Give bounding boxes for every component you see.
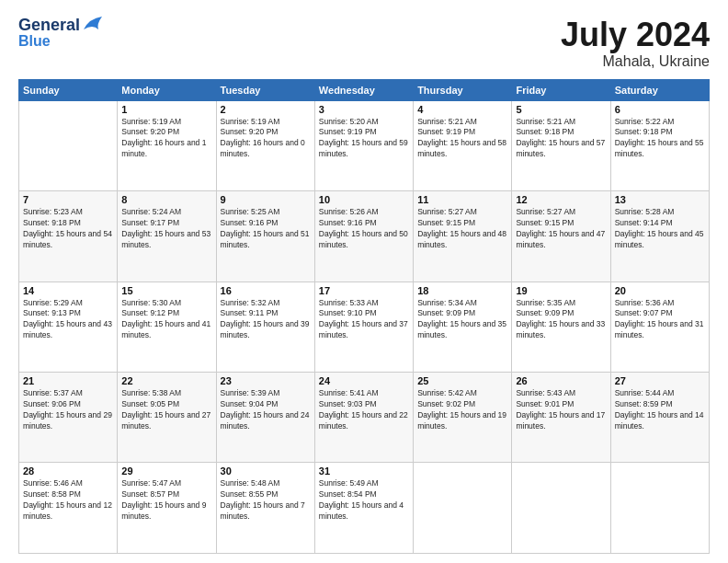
calendar-cell: 2 Sunrise: 5:19 AMSunset: 9:20 PMDayligh…	[216, 100, 314, 190]
day-number: 10	[319, 194, 409, 205]
calendar-cell: 17 Sunrise: 5:33 AMSunset: 9:10 PMDaylig…	[314, 282, 413, 372]
calendar-cell: 8 Sunrise: 5:24 AMSunset: 9:17 PMDayligh…	[118, 191, 216, 282]
day-number: 31	[319, 465, 409, 477]
header-wednesday: Wednesday	[314, 79, 413, 100]
calendar-cell	[512, 463, 610, 554]
day-number: 23	[221, 375, 311, 386]
day-number: 9	[221, 194, 311, 205]
day-info: Sunrise: 5:29 AMSunset: 9:13 PMDaylight:…	[23, 298, 113, 342]
calendar-cell: 26 Sunrise: 5:43 AMSunset: 9:01 PMDaylig…	[512, 373, 610, 463]
day-number: 25	[417, 375, 507, 386]
day-info: Sunrise: 5:38 AMSunset: 9:05 PMDaylight:…	[121, 388, 211, 432]
day-info: Sunrise: 5:42 AMSunset: 9:02 PMDaylight:…	[417, 388, 507, 432]
day-info: Sunrise: 5:23 AMSunset: 9:18 PMDaylight:…	[23, 207, 113, 251]
header-saturday: Saturday	[610, 79, 709, 100]
day-number: 15	[121, 285, 211, 296]
calendar-cell: 28 Sunrise: 5:46 AMSunset: 8:58 PMDaylig…	[19, 463, 118, 554]
day-info: Sunrise: 5:25 AMSunset: 9:16 PMDaylight:…	[221, 207, 311, 251]
day-number: 4	[417, 104, 507, 115]
day-number: 8	[121, 194, 211, 205]
day-number: 12	[516, 194, 606, 205]
calendar-cell: 14 Sunrise: 5:29 AMSunset: 9:13 PMDaylig…	[19, 282, 118, 372]
day-info: Sunrise: 5:21 AMSunset: 9:18 PMDaylight:…	[516, 117, 606, 161]
calendar-cell	[414, 463, 512, 554]
day-info: Sunrise: 5:27 AMSunset: 9:15 PMDaylight:…	[516, 207, 606, 251]
day-number: 2	[221, 104, 311, 115]
calendar-cell: 12 Sunrise: 5:27 AMSunset: 9:15 PMDaylig…	[512, 191, 610, 282]
day-info: Sunrise: 5:20 AMSunset: 9:19 PMDaylight:…	[319, 117, 409, 161]
weekday-header-row: Sunday Monday Tuesday Wednesday Thursday…	[19, 79, 710, 100]
calendar-cell: 7 Sunrise: 5:23 AMSunset: 9:18 PMDayligh…	[19, 191, 118, 282]
day-number: 20	[615, 285, 705, 296]
calendar-cell: 6 Sunrise: 5:22 AMSunset: 9:18 PMDayligh…	[610, 100, 709, 190]
day-number: 1	[121, 104, 211, 115]
day-number: 17	[319, 285, 409, 296]
title-block: July 2024 Mahala, Ukraine	[561, 17, 710, 70]
calendar-cell: 29 Sunrise: 5:47 AMSunset: 8:57 PMDaylig…	[118, 463, 216, 554]
day-info: Sunrise: 5:21 AMSunset: 9:19 PMDaylight:…	[417, 117, 507, 161]
week-row-5: 28 Sunrise: 5:46 AMSunset: 8:58 PMDaylig…	[19, 463, 710, 554]
calendar-cell: 18 Sunrise: 5:34 AMSunset: 9:09 PMDaylig…	[414, 282, 512, 372]
day-number: 22	[121, 375, 211, 386]
page: General Blue July 2024 Mahala, Ukraine S…	[0, 0, 728, 563]
calendar-cell: 30 Sunrise: 5:48 AMSunset: 8:55 PMDaylig…	[216, 463, 314, 554]
calendar-cell: 10 Sunrise: 5:26 AMSunset: 9:16 PMDaylig…	[314, 191, 413, 282]
day-info: Sunrise: 5:47 AMSunset: 8:57 PMDaylight:…	[121, 478, 211, 523]
calendar-cell: 25 Sunrise: 5:42 AMSunset: 9:02 PMDaylig…	[414, 373, 512, 463]
day-number: 30	[221, 465, 311, 477]
calendar-cell: 27 Sunrise: 5:44 AMSunset: 8:59 PMDaylig…	[610, 373, 709, 463]
day-info: Sunrise: 5:46 AMSunset: 8:58 PMDaylight:…	[23, 478, 113, 523]
calendar-cell: 16 Sunrise: 5:32 AMSunset: 9:11 PMDaylig…	[216, 282, 314, 372]
header-thursday: Thursday	[414, 79, 512, 100]
day-info: Sunrise: 5:24 AMSunset: 9:17 PMDaylight:…	[121, 207, 211, 251]
day-number: 24	[319, 375, 409, 386]
calendar-cell	[610, 463, 709, 554]
day-number: 28	[23, 465, 113, 477]
calendar-cell: 13 Sunrise: 5:28 AMSunset: 9:14 PMDaylig…	[610, 191, 709, 282]
day-info: Sunrise: 5:28 AMSunset: 9:14 PMDaylight:…	[615, 207, 705, 251]
calendar-cell: 5 Sunrise: 5:21 AMSunset: 9:18 PMDayligh…	[512, 100, 610, 190]
day-info: Sunrise: 5:49 AMSunset: 8:54 PMDaylight:…	[319, 478, 409, 523]
logo: General Blue	[18, 17, 102, 49]
day-info: Sunrise: 5:37 AMSunset: 9:06 PMDaylight:…	[23, 388, 113, 432]
day-info: Sunrise: 5:35 AMSunset: 9:09 PMDaylight:…	[516, 298, 606, 342]
day-number: 14	[23, 285, 113, 296]
calendar-table: Sunday Monday Tuesday Wednesday Thursday…	[18, 79, 710, 554]
day-info: Sunrise: 5:39 AMSunset: 9:04 PMDaylight:…	[221, 388, 311, 432]
calendar-cell: 4 Sunrise: 5:21 AMSunset: 9:19 PMDayligh…	[414, 100, 512, 190]
week-row-2: 7 Sunrise: 5:23 AMSunset: 9:18 PMDayligh…	[19, 191, 710, 282]
header-friday: Friday	[512, 79, 610, 100]
calendar-cell: 21 Sunrise: 5:37 AMSunset: 9:06 PMDaylig…	[19, 373, 118, 463]
day-number: 11	[417, 194, 507, 205]
day-info: Sunrise: 5:48 AMSunset: 8:55 PMDaylight:…	[221, 478, 311, 523]
day-number: 7	[23, 194, 113, 205]
calendar-cell: 23 Sunrise: 5:39 AMSunset: 9:04 PMDaylig…	[216, 373, 314, 463]
calendar-cell: 19 Sunrise: 5:35 AMSunset: 9:09 PMDaylig…	[512, 282, 610, 372]
day-info: Sunrise: 5:41 AMSunset: 9:03 PMDaylight:…	[319, 388, 409, 432]
day-number: 27	[615, 375, 705, 386]
day-info: Sunrise: 5:30 AMSunset: 9:12 PMDaylight:…	[121, 298, 211, 342]
calendar-cell: 1 Sunrise: 5:19 AMSunset: 9:20 PMDayligh…	[118, 100, 216, 190]
day-number: 19	[516, 285, 606, 296]
calendar-cell: 20 Sunrise: 5:36 AMSunset: 9:07 PMDaylig…	[610, 282, 709, 372]
calendar-cell: 11 Sunrise: 5:27 AMSunset: 9:15 PMDaylig…	[414, 191, 512, 282]
day-number: 18	[417, 285, 507, 296]
header-monday: Monday	[118, 79, 216, 100]
header-tuesday: Tuesday	[216, 79, 314, 100]
logo-blue: Blue	[18, 33, 51, 50]
calendar-location: Mahala, Ukraine	[561, 53, 710, 70]
calendar-cell	[19, 100, 118, 190]
logo-bird-icon	[82, 17, 102, 33]
day-info: Sunrise: 5:33 AMSunset: 9:10 PMDaylight:…	[319, 298, 409, 342]
day-info: Sunrise: 5:19 AMSunset: 9:20 PMDaylight:…	[221, 117, 311, 161]
day-number: 21	[23, 375, 113, 386]
calendar-cell: 15 Sunrise: 5:30 AMSunset: 9:12 PMDaylig…	[118, 282, 216, 372]
day-info: Sunrise: 5:32 AMSunset: 9:11 PMDaylight:…	[221, 298, 311, 342]
day-number: 29	[121, 465, 211, 477]
calendar-cell: 3 Sunrise: 5:20 AMSunset: 9:19 PMDayligh…	[314, 100, 413, 190]
day-info: Sunrise: 5:27 AMSunset: 9:15 PMDaylight:…	[417, 207, 507, 251]
day-info: Sunrise: 5:36 AMSunset: 9:07 PMDaylight:…	[615, 298, 705, 342]
day-number: 6	[615, 104, 705, 115]
week-row-4: 21 Sunrise: 5:37 AMSunset: 9:06 PMDaylig…	[19, 373, 710, 463]
week-row-1: 1 Sunrise: 5:19 AMSunset: 9:20 PMDayligh…	[19, 100, 710, 190]
